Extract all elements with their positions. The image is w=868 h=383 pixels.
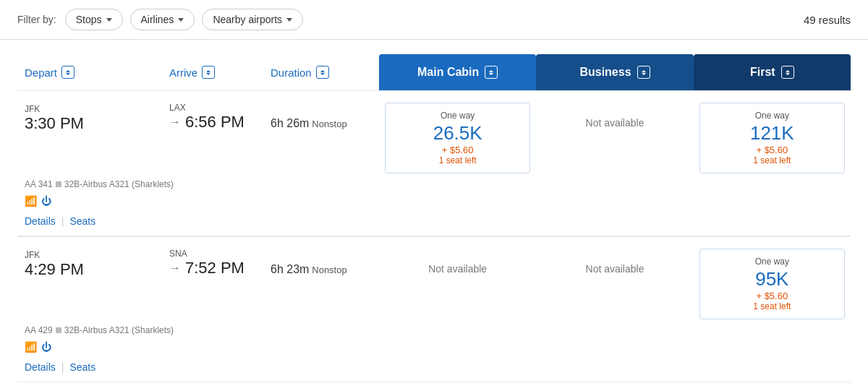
main-cabin-price-cell[interactable]: One way 26.5K + $5.60 1 seat left — [379, 103, 536, 173]
amenities-row: 📶 ⏻ — [17, 338, 851, 356]
aircraft-info: 32B-Airbus A321 (Sharklets) — [64, 325, 174, 335]
duration-label: Duration — [271, 66, 312, 79]
action-row: Details | Seats — [17, 356, 851, 382]
stops-filter[interactable]: Stops — [65, 9, 123, 30]
sort-arrow-up — [786, 70, 790, 72]
first-points: 121K — [750, 122, 794, 145]
separator-icon — [56, 181, 61, 187]
main-cabin-column-header[interactable]: Main Cabin — [379, 54, 536, 90]
flight-number: AA 429 — [25, 325, 53, 335]
power-icon: ⏻ — [41, 341, 51, 353]
sort-arrow-down — [206, 73, 210, 75]
nearby-airports-chevron-icon — [286, 18, 292, 22]
sort-arrow-down — [642, 73, 646, 75]
sort-arrow-down — [489, 73, 493, 75]
business-column-header[interactable]: Business — [536, 54, 693, 90]
sort-arrow-up — [489, 70, 493, 72]
seats-link[interactable]: Seats — [69, 361, 95, 373]
first-column-header[interactable]: First — [694, 54, 851, 90]
stops-text: Nonstop — [312, 119, 346, 129]
stops-chevron-icon — [106, 18, 112, 22]
main-cabin-unavailable: Not available — [379, 249, 536, 289]
first-points: 95K — [755, 268, 788, 291]
action-links: Details | Seats — [17, 215, 379, 227]
sort-arrow-down — [320, 73, 325, 75]
business-unavailable: Not available — [536, 249, 693, 289]
filter-label: Filter by: — [17, 14, 56, 25]
separator-icon — [56, 327, 61, 333]
duration-col: 6h 23m Nonstop — [263, 249, 379, 276]
action-row: Details | Seats — [17, 210, 851, 236]
first-price-cell[interactable]: One way 95K + $5.60 1 seat left — [694, 249, 851, 319]
duration-sort-icon — [316, 66, 329, 79]
arrive-column-header[interactable]: Arrive — [162, 54, 263, 90]
main-cabin-seats-left: 1 seat left — [439, 155, 477, 165]
first-price-cell[interactable]: One way 121K + $5.60 1 seat left — [694, 103, 851, 173]
power-icon: ⏻ — [41, 195, 51, 207]
main-cabin-sort-icon — [485, 66, 498, 79]
amenities-icons: 📶 ⏻ — [17, 195, 379, 207]
amenities-row: 📶 ⏻ — [17, 192, 851, 210]
filter-bar: Filter by: Stops Airlines Nearby airport… — [0, 0, 868, 40]
sort-arrow-up — [642, 70, 646, 72]
sort-arrow-up — [320, 70, 325, 72]
business-sort-icon — [637, 66, 650, 79]
flight-details-text: AA 429 32B-Airbus A321 (Sharklets) — [17, 325, 379, 335]
sort-arrow-down — [66, 73, 70, 75]
main-cabin-price-box[interactable]: One way 26.5K + $5.60 1 seat left — [385, 103, 530, 173]
depart-col: JFK 4:29 PM — [17, 249, 162, 279]
depart-col: JFK 3:30 PM — [17, 103, 162, 133]
flight-details-text: AA 341 32B-Airbus A321 (Sharklets) — [17, 179, 379, 189]
results-count: 49 results — [804, 14, 851, 26]
column-headers: Depart Arrive Duration Main Cabin — [17, 54, 851, 90]
amenities-icons: 📶 ⏻ — [17, 341, 379, 353]
sort-arrow-up — [206, 70, 210, 72]
sort-arrow-down — [786, 73, 790, 75]
first-price-box[interactable]: One way 121K + $5.60 1 seat left — [699, 103, 845, 173]
depart-sort-icon — [61, 66, 75, 79]
main-cabin-points: 26.5K — [433, 122, 482, 145]
arrive-col: LAX → 6:56 PM — [162, 103, 263, 132]
first-sort-icon — [781, 66, 794, 79]
first-seats-left: 1 seat left — [753, 155, 791, 165]
first-seats-left: 1 seat left — [753, 301, 791, 311]
wifi-icon: 📶 — [25, 195, 37, 207]
arrive-time: 6:56 PM — [185, 113, 244, 132]
nearby-airports-filter[interactable]: Nearby airports — [202, 9, 303, 30]
arrive-sort-icon — [202, 66, 215, 79]
duration-col: 6h 26m Nonstop — [263, 103, 379, 130]
arrive-time: 7:52 PM — [185, 259, 244, 277]
stops-text: Nonstop — [312, 264, 346, 275]
first-fee: + $5.60 — [756, 291, 788, 301]
first-price-box[interactable]: One way 95K + $5.60 1 seat left — [699, 249, 845, 319]
table-row: JFK 4:29 PM SNA → 7:52 PM 6h 23m Nonstop… — [17, 236, 851, 325]
divider: | — [61, 215, 64, 227]
wifi-icon: 📶 — [25, 341, 37, 353]
airlines-label: Airlines — [141, 14, 174, 25]
duration-column-header[interactable]: Duration — [263, 54, 379, 90]
business-unavailable: Not available — [536, 103, 693, 143]
table-row: JFK 3:30 PM LAX → 6:56 PM 6h 26m Nonstop… — [17, 90, 851, 179]
arrive-col: SNA → 7:52 PM — [162, 249, 263, 277]
flight-info-row: AA 429 32B-Airbus A321 (Sharklets) — [17, 325, 851, 338]
depart-airport-code: JFK — [25, 104, 40, 114]
one-way-label: One way — [755, 257, 789, 267]
seats-link[interactable]: Seats — [69, 215, 95, 227]
nearby-airports-label: Nearby airports — [213, 14, 282, 25]
main-cabin-label: Main Cabin — [417, 66, 479, 79]
depart-time: 3:30 PM — [25, 114, 84, 132]
details-link[interactable]: Details — [25, 215, 56, 227]
action-links: Details | Seats — [17, 361, 379, 373]
arrow-icon: → — [169, 116, 181, 129]
airlines-chevron-icon — [178, 18, 184, 22]
divider: | — [61, 361, 64, 373]
depart-time: 4:29 PM — [25, 260, 84, 278]
arrive-label: Arrive — [169, 66, 197, 79]
first-fee: + $5.60 — [756, 145, 788, 155]
duration-time: 6h 26m — [271, 117, 309, 129]
airlines-filter[interactable]: Airlines — [130, 9, 195, 30]
depart-column-header[interactable]: Depart — [17, 54, 162, 90]
business-label: Business — [579, 66, 631, 79]
first-label: First — [750, 66, 775, 79]
details-link[interactable]: Details — [25, 361, 56, 373]
